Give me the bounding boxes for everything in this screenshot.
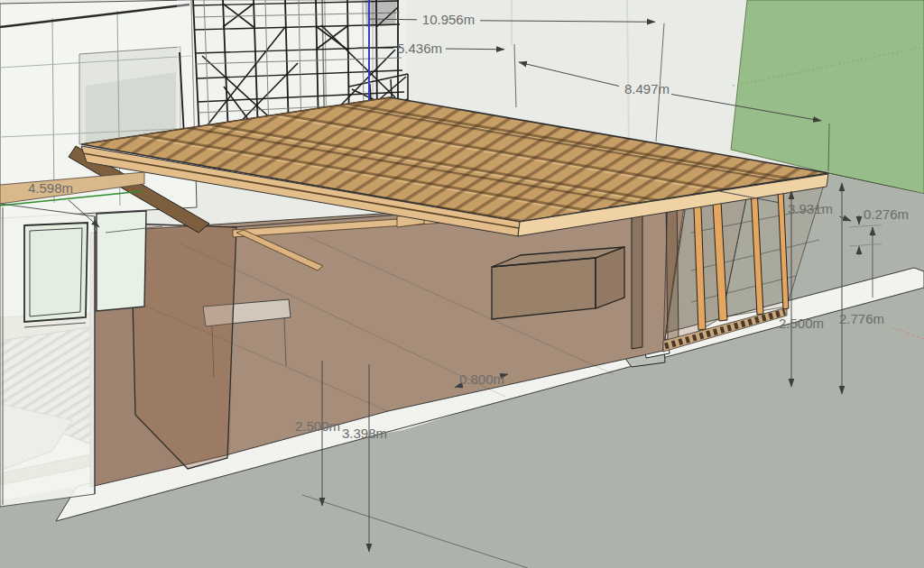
dim-label-10-956: 10.956m	[422, 12, 475, 27]
dim-label-5-436: 5.436m	[397, 41, 442, 56]
dim-label-4-598: 4.598m	[28, 180, 73, 196]
dim-label-2-500b: 2.500m	[295, 418, 340, 434]
3d-viewport[interactable]: 10.956m 5.436m 8.497m 4.598m 3.931m 0.27…	[0, 0, 924, 568]
dim-label-8-497: 8.497m	[624, 81, 670, 96]
dim-label-3-398: 3.398m	[342, 426, 387, 441]
dim-label-2-500r: 2.500m	[779, 316, 824, 331]
dim-label-3-931: 3.931m	[788, 201, 833, 216]
window-1	[24, 223, 88, 322]
window-2	[97, 211, 146, 311]
model-scene: 10.956m 5.436m 8.497m 4.598m 3.931m 0.27…	[0, 0, 924, 568]
dim-label-2-776: 2.776m	[839, 311, 884, 326]
dim-label-0-276: 0.276m	[864, 206, 909, 222]
dim-label-0-800: 0.800m	[459, 371, 504, 387]
